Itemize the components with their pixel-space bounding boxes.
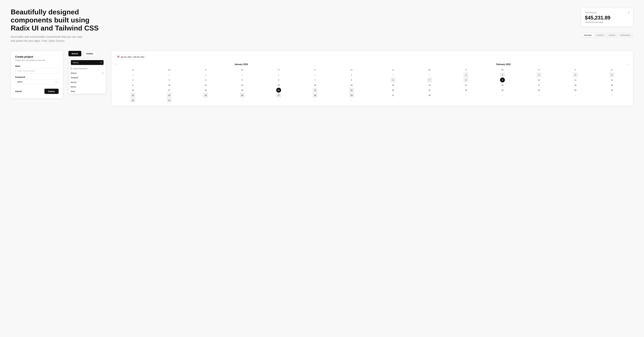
calendar-day[interactable]: 25 — [203, 93, 208, 98]
calendar-day[interactable]: 16 — [500, 83, 505, 88]
project-name-input[interactable] — [15, 68, 59, 74]
calendar-day[interactable]: 9 — [130, 83, 135, 88]
calendar-day[interactable]: 31 — [167, 98, 172, 103]
dropdown-item-nextjs[interactable]: Next.js ✓ — [68, 71, 106, 76]
calendar-day[interactable]: 27 — [391, 93, 396, 98]
calendar-day[interactable]: 9 — [500, 78, 505, 82]
calendar-day[interactable]: 10 — [167, 83, 172, 88]
calendar-day[interactable]: 28 — [312, 93, 318, 98]
calendar-day[interactable]: 24 — [167, 93, 172, 98]
dropdown-item-astro[interactable]: Astro — [68, 89, 106, 94]
calendar-day[interactable]: 11 — [203, 83, 208, 88]
calendar-day[interactable]: 14 — [312, 83, 318, 88]
calendar-day[interactable]: 3 — [536, 72, 541, 77]
calendar-day[interactable]: 28 — [427, 93, 432, 98]
calendar-day[interactable]: 21 — [427, 88, 432, 92]
calendar-day[interactable]: 21 — [312, 88, 318, 92]
calendar-day[interactable]: 5 — [240, 78, 244, 82]
tab-reports[interactable]: Reports — [607, 33, 618, 37]
deploy-button[interactable]: Deploy — [44, 89, 59, 94]
calendar-day[interactable]: 30 — [276, 72, 281, 77]
calendar-day[interactable]: 13 — [276, 83, 281, 88]
calendar-day[interactable]: 20 — [391, 88, 396, 92]
calendar-day[interactable]: 19 — [610, 83, 614, 88]
cancel-button[interactable]: Cancel — [15, 89, 22, 94]
calendar-day[interactable]: 2 — [500, 72, 505, 77]
calendar-day[interactable]: 16 — [130, 88, 135, 92]
calendar-day[interactable]: 23 — [500, 88, 505, 92]
dropdown-item-sveltekit[interactable]: SvelteKit — [68, 76, 106, 80]
calendar-day[interactable]: 18 — [573, 83, 578, 88]
calendar-day[interactable]: 5 — [610, 93, 614, 98]
calendar-day[interactable]: 4 — [203, 78, 208, 82]
calendar-day[interactable]: 6 — [276, 78, 281, 82]
calendar-day[interactable]: 14 — [427, 83, 432, 88]
calendar-day[interactable]: 2 — [240, 98, 244, 103]
calendar-day[interactable]: 17 — [536, 83, 541, 88]
calendar-day[interactable]: 4 — [573, 93, 578, 98]
calendar-day[interactable]: 4 — [573, 72, 578, 77]
name-label: Name — [15, 65, 59, 67]
calendar-day[interactable]: 5 — [610, 72, 614, 77]
calendar-day[interactable]: 8 — [464, 78, 468, 82]
calendar-day[interactable]: 30 — [130, 98, 135, 103]
calendar-day[interactable]: 3 — [167, 78, 172, 82]
calendar-day[interactable]: 18 — [203, 88, 208, 92]
calendar-day[interactable]: 27 — [167, 72, 172, 77]
calendar-day[interactable]: 31 — [427, 72, 432, 77]
calendar-day[interactable]: 22 — [464, 88, 468, 92]
dropdown-item-remix[interactable]: Remix — [68, 84, 106, 89]
calendar-day[interactable]: 2 — [130, 78, 135, 82]
dropdown-trigger[interactable]: Next.js ⇅ — [71, 60, 104, 65]
next-month-button[interactable]: › — [627, 62, 630, 66]
date-range-input[interactable]: 📅 Jan 20, 2022 - Feb 09, 2022 — [115, 54, 147, 60]
calendar-day[interactable]: 3 — [276, 98, 281, 103]
calendar-day[interactable]: 31 — [312, 72, 318, 77]
calendar-day[interactable]: 22 — [349, 88, 354, 92]
prev-month-button[interactable]: ‹ — [115, 62, 118, 66]
calendar-day[interactable]: 25 — [573, 88, 578, 92]
calendar-day[interactable]: 30 — [391, 72, 396, 77]
calendar-day[interactable]: 1 — [464, 72, 468, 77]
calendar-day[interactable]: 10 — [536, 78, 541, 82]
framework-search-input[interactable] — [73, 68, 104, 70]
calendar-day[interactable]: 11 — [573, 78, 578, 82]
calendar-day[interactable]: 24 — [536, 88, 541, 92]
calendar-day[interactable]: 26 — [240, 93, 244, 98]
calendar-day[interactable]: 20 — [276, 88, 281, 92]
calendar-day[interactable]: 26 — [610, 88, 614, 92]
dropdown-item-nuxtjs[interactable]: Nuxt.js — [68, 80, 106, 84]
calendar-day[interactable]: 15 — [349, 83, 354, 88]
tab-notifications[interactable]: Notifications — [618, 33, 632, 37]
outline-button[interactable]: Outline — [83, 51, 96, 56]
calendar-day[interactable]: 1 — [464, 93, 468, 98]
calendar-day[interactable]: 12 — [240, 83, 244, 88]
calendar-day[interactable]: 1 — [203, 98, 208, 103]
calendar-day[interactable]: 15 — [464, 83, 468, 88]
tab-analytics[interactable]: Analytics — [594, 33, 606, 37]
calendar-day[interactable]: 29 — [349, 93, 354, 98]
calendar-day[interactable]: 19 — [240, 88, 244, 92]
tab-overview[interactable]: Overview — [582, 33, 594, 37]
calendar-day[interactable]: 28 — [203, 72, 208, 77]
calendar-day[interactable]: 12 — [610, 78, 614, 82]
calendar-day[interactable]: 5 — [349, 98, 354, 103]
calendar-day[interactable]: 13 — [391, 83, 396, 88]
calendar-day[interactable]: 27 — [276, 93, 281, 98]
framework-select[interactable]: Select Next.js SvelteKit Nuxt.js Remix A… — [15, 79, 59, 84]
calendar-day[interactable]: 7 — [427, 78, 432, 82]
calendar-day[interactable]: 8 — [349, 78, 354, 82]
calendar-day[interactable]: 3 — [536, 93, 541, 98]
calendar-day[interactable]: 17 — [167, 88, 172, 92]
calendar-day[interactable]: 26 — [130, 72, 135, 77]
button-section: Button Outline Next.js ⇅ 🔍 Next.js ✓ Sve… — [68, 51, 106, 94]
filled-button[interactable]: Button — [68, 51, 81, 56]
calendar-day[interactable]: 23 — [130, 93, 135, 98]
calendar-day[interactable]: 2 — [500, 93, 505, 98]
calendar-day[interactable]: 6 — [391, 78, 396, 82]
calendar-day[interactable]: 4 — [312, 98, 318, 103]
calendar-day[interactable]: 1 — [349, 72, 354, 77]
calendar-day[interactable]: 7 — [312, 78, 318, 82]
day-name-fr: Fr — [557, 68, 594, 71]
calendar-day[interactable]: 29 — [240, 72, 244, 77]
